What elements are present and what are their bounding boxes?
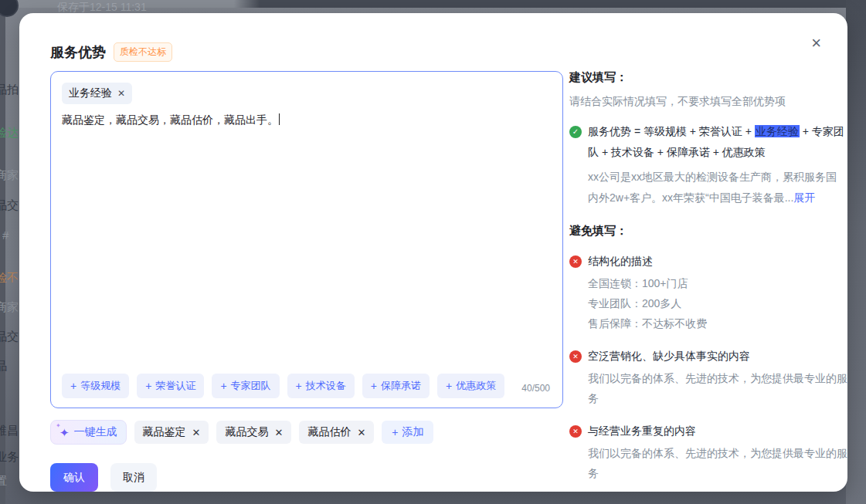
- suggest-example: xx公司是xx地区最大的检测设备生产商，累积服务国内外2w+客户。xx年荣获“中…: [588, 167, 846, 208]
- chip-discount-policy[interactable]: + 优惠政策: [437, 374, 504, 398]
- avoid-item-duplicate-business: ✕ 与经营业务重复的内容: [569, 421, 846, 441]
- backdrop-fragment: 业务: [0, 450, 19, 465]
- backdrop-fragment: 检达: [0, 126, 19, 140]
- one-click-generate-button[interactable]: ✦✦ 一键生成: [50, 420, 127, 445]
- editor-content[interactable]: 藏品鉴定，藏品交易，藏品估价，藏品出手。: [62, 111, 552, 128]
- cross-circle-icon: ✕: [569, 425, 582, 438]
- advantage-editor[interactable]: 业务经验 ✕ 藏品鉴定，藏品交易，藏品估价，藏品出手。 + 等级规模 + 荣誉认…: [50, 71, 563, 408]
- char-counter: 40/500: [521, 383, 550, 394]
- avoid-item-structured: ✕ 结构化的描述: [569, 251, 846, 272]
- chip-expert-team[interactable]: + 专家团队: [212, 374, 279, 398]
- plus-icon: +: [145, 380, 151, 392]
- remove-keyword-icon[interactable]: ✕: [274, 427, 283, 438]
- backdrop-right-strip: [846, 0, 866, 504]
- plus-icon: +: [446, 380, 452, 392]
- cross-circle-icon: ✕: [569, 255, 582, 268]
- plus-icon: +: [392, 426, 398, 438]
- text-caret: [279, 113, 280, 125]
- suggest-formula-text: 服务优势 = 等级规模 + 荣誉认证 + 业务经验 + 专家团队 + 技术设备 …: [588, 121, 846, 163]
- chip-tech-equipment[interactable]: + 技术设备: [287, 374, 355, 398]
- keyword-tag-valuation: 藏品估价 ✕: [299, 421, 374, 444]
- backdrop-fragment: 品交: [0, 198, 19, 213]
- suggestion-chip-row: + 等级规模 + 荣誉认证 + 专家团队 + 技术设备 + 保障承诺 + 优惠政…: [62, 374, 504, 398]
- backdrop-fragment: 品拍: [0, 83, 19, 97]
- check-circle-icon: ✓: [569, 126, 582, 138]
- highlighted-term: 业务经验: [755, 125, 800, 137]
- backdrop-fragment: 品: [0, 359, 7, 374]
- suggest-note: 请结合实际情况填写，不要求填写全部优势项: [569, 95, 846, 109]
- remove-keyword-icon[interactable]: ✕: [192, 427, 201, 438]
- avoid-item-vague-examples: 我们以完备的体系、先进的技术，为您提供最专业的服务: [588, 368, 847, 408]
- chip-honor-cert[interactable]: + 荣誉认证: [137, 374, 204, 398]
- backdrop-fragment: 置: [0, 474, 7, 489]
- service-advantage-dialog: 服务优势 质检不达标 × 业务经验 ✕ 藏品鉴定，藏品交易，藏品估价，藏品出手。…: [19, 13, 847, 492]
- confirm-button[interactable]: 确认: [50, 463, 98, 492]
- quality-check-badge: 质检不达标: [114, 42, 172, 62]
- chip-grade-scale[interactable]: + 等级规模: [62, 374, 129, 398]
- chip-guarantee[interactable]: + 保障承诺: [362, 374, 430, 398]
- sparkle-small-icon: ✦: [56, 423, 61, 429]
- plus-icon: +: [296, 380, 302, 392]
- plus-icon: +: [220, 380, 226, 392]
- backdrop-fragment: 检不: [0, 271, 19, 286]
- keyword-tag-appraisal: 藏品鉴定 ✕: [134, 421, 209, 444]
- close-icon[interactable]: ×: [811, 35, 821, 52]
- remove-tag-icon[interactable]: ✕: [117, 88, 125, 99]
- backdrop-fragment: #: [2, 228, 8, 242]
- remove-keyword-icon[interactable]: ✕: [357, 427, 365, 438]
- keyword-row: ✦✦ 一键生成 藏品鉴定 ✕ 藏品交易 ✕ 藏品估价 ✕ + 添加: [50, 420, 433, 445]
- avoid-heading: 避免填写：: [569, 224, 846, 238]
- dialog-footer: 确认 取消: [50, 463, 157, 492]
- expand-link[interactable]: 展开: [793, 191, 815, 204]
- avoid-item-structured-examples: 全国连锁：100+门店 专业团队：200多人 售后保障：不达标不收费: [588, 273, 847, 333]
- cross-circle-icon: ✕: [569, 350, 582, 363]
- avoid-item-vague-marketing: ✕ 空泛营销化、缺少具体事实的内容: [569, 346, 846, 367]
- plus-icon: +: [70, 380, 76, 392]
- backdrop-fragment: 商家: [0, 168, 19, 183]
- backdrop-fragment: 商家: [0, 300, 19, 315]
- editor-tag-label: 业务经验: [69, 86, 112, 100]
- cancel-button[interactable]: 取消: [110, 463, 157, 492]
- suggest-heading: 建议填写：: [569, 70, 846, 85]
- dialog-header: 服务优势 质检不达标: [50, 42, 172, 62]
- suggest-formula-item: ✓ 服务优势 = 等级规模 + 荣誉认证 + 业务经验 + 专家团队 + 技术设…: [569, 121, 846, 163]
- keyword-tag-trade: 藏品交易 ✕: [216, 421, 291, 444]
- guidance-panel: 建议填写： 请结合实际情况填写，不要求填写全部优势项 ✓ 服务优势 = 等级规模…: [569, 70, 846, 483]
- editor-tag-business-experience[interactable]: 业务经验 ✕: [62, 83, 132, 104]
- backdrop-fragment: 维昌: [0, 424, 19, 438]
- sparkle-icon: ✦✦: [59, 427, 70, 438]
- plus-icon: +: [371, 380, 377, 392]
- avatar: [0, 0, 19, 17]
- backdrop-fragment: 品交: [0, 330, 19, 344]
- avoid-item-duplicate-examples: 我们以完备的体系、先进的技术，为您提供最专业的服务: [588, 443, 847, 483]
- dialog-title: 服务优势: [50, 43, 106, 62]
- add-keyword-button[interactable]: + 添加: [382, 421, 433, 444]
